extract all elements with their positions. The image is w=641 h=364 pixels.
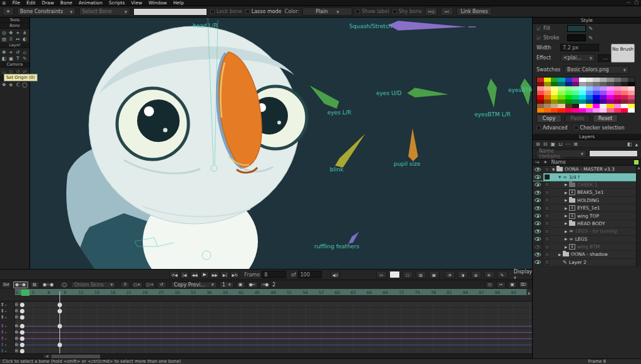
- palette-color[interactable]: [600, 99, 607, 104]
- palette-color[interactable]: [572, 104, 579, 108]
- palette-color[interactable]: [579, 108, 586, 113]
- layer-row-layer-2[interactable]: ✎Layer 2: [533, 259, 641, 266]
- palette-color[interactable]: [621, 82, 628, 86]
- palette-color[interactable]: [558, 78, 565, 82]
- palette-color[interactable]: [607, 99, 613, 104]
- palette-color[interactable]: [544, 99, 551, 104]
- chevron-collapsed-icon[interactable]: ▶: [563, 191, 568, 195]
- lasso-mode-checkbox[interactable]: Lasso mode: [245, 9, 282, 14]
- chevron-collapsed-icon[interactable]: ▶: [563, 237, 568, 241]
- palette-color[interactable]: [614, 104, 621, 108]
- onion-skins-dropdown[interactable]: Onion Skins▼: [71, 281, 116, 288]
- layer-row-cheek-1[interactable]: ▶CHEEK 1: [533, 181, 641, 189]
- palette-color[interactable]: [537, 108, 544, 113]
- channel-row-7[interactable]: ⊖: [15, 348, 532, 353]
- eyedropper-icon[interactable]: ✎: [588, 26, 593, 32]
- rotate-layer-tool-icon[interactable]: ↺: [14, 49, 21, 55]
- chevron-collapsed-icon[interactable]: ▶: [563, 245, 568, 249]
- ruler-frame-9[interactable]: 9: [64, 290, 66, 295]
- palette-color[interactable]: [579, 104, 586, 108]
- palette-color[interactable]: [614, 78, 621, 82]
- palette-color[interactable]: [572, 95, 579, 99]
- palette-color[interactable]: [614, 99, 621, 104]
- layer-row-head-body[interactable]: ▶HEAD BODY: [533, 220, 641, 228]
- ruler-frame-60[interactable]: 60: [335, 290, 340, 295]
- menu-edit[interactable]: Edit: [26, 0, 36, 6]
- channel-row-4[interactable]: ⊖: [15, 329, 532, 335]
- keyframe-dot[interactable]: [20, 309, 24, 313]
- keyframe-dot[interactable]: [20, 343, 24, 347]
- palette-color[interactable]: [551, 108, 558, 113]
- ruler-frame-24[interactable]: 24: [143, 290, 148, 295]
- palette-color[interactable]: [537, 86, 544, 91]
- palette-color[interactable]: [586, 95, 593, 99]
- menu-scripts[interactable]: Scripts: [109, 0, 125, 6]
- ruler-frame-0[interactable]: 0: [16, 290, 18, 295]
- layer-visibility-toggle[interactable]: [533, 212, 543, 219]
- layer-checkbox[interactable]: [543, 221, 551, 226]
- output-only-icon[interactable]: ◍: [471, 271, 481, 278]
- flip-view-icon[interactable]: ◑: [458, 271, 468, 278]
- palette-color[interactable]: [586, 86, 593, 91]
- palette-color[interactable]: [565, 78, 572, 82]
- ruler-frame-69[interactable]: 69: [382, 290, 387, 295]
- layer-checkbox[interactable]: [543, 229, 551, 234]
- palette-color[interactable]: [579, 86, 586, 91]
- channel-row-1[interactable]: ⊖: [15, 308, 532, 314]
- menu-window[interactable]: Window: [148, 0, 167, 6]
- ruler-frame-57[interactable]: 57: [319, 290, 324, 295]
- palette-color[interactable]: [628, 91, 635, 95]
- palette-color[interactable]: [579, 82, 586, 86]
- loop-icon[interactable]: ▶↻: [230, 271, 239, 278]
- layer-row-wing-btm[interactable]: ▶⇓wing BTM: [533, 243, 641, 251]
- palette-color[interactable]: [565, 104, 572, 108]
- new-layer-icon[interactable]: ⊞: [536, 141, 540, 147]
- reparent-bone-tool-icon[interactable]: ⋔: [21, 29, 28, 36]
- ruler-frame-39[interactable]: 39: [223, 290, 228, 295]
- palette-color[interactable]: [537, 91, 544, 95]
- palette-color[interactable]: [558, 86, 565, 91]
- collapse-panel-icon[interactable]: ▲: [635, 142, 638, 146]
- palette-color[interactable]: [600, 104, 607, 108]
- text-tool-icon[interactable]: T: [14, 55, 21, 61]
- palette-color[interactable]: [537, 82, 544, 86]
- palette-color[interactable]: [565, 99, 572, 104]
- rotate-view-icon[interactable]: ◔: [444, 271, 455, 278]
- palette-color[interactable]: [544, 82, 551, 86]
- display-dropdown[interactable]: Display ▼: [514, 269, 533, 280]
- chevron-collapsed-icon[interactable]: ▶: [563, 230, 568, 233]
- palette-color[interactable]: [621, 91, 628, 95]
- palette-color[interactable]: [600, 82, 607, 86]
- keyframe-box-icon[interactable]: ▣: [236, 281, 245, 288]
- bone-squash-stretch[interactable]: [388, 21, 468, 31]
- menu-animation[interactable]: Animation: [78, 0, 102, 6]
- palette-color[interactable]: [621, 104, 628, 108]
- channel-row-0[interactable]: ⊖: [15, 301, 532, 308]
- layer-checkbox[interactable]: [543, 213, 551, 218]
- ruler-frame-15[interactable]: 15: [95, 290, 100, 295]
- chevron-expanded-icon[interactable]: ▼: [557, 175, 562, 179]
- edit-view-icon[interactable]: ✎: [497, 271, 508, 278]
- safe-area-icon[interactable]: ▭: [376, 271, 387, 278]
- channel-dot-icon[interactable]: •: [5, 309, 8, 313]
- more-options-icon[interactable]: ⋯: [565, 141, 570, 147]
- keyframe-dot[interactable]: [20, 349, 24, 353]
- name-contains-dropdown[interactable]: Name contains...▼: [536, 149, 587, 158]
- stroke-color-swatch[interactable]: [567, 34, 586, 41]
- palette-color[interactable]: [628, 108, 635, 113]
- palette-color[interactable]: [579, 91, 586, 95]
- palette-color[interactable]: [565, 95, 572, 99]
- palette-color[interactable]: [579, 95, 586, 99]
- channel-dot-icon[interactable]: •: [5, 336, 8, 341]
- layer-row-holding[interactable]: ▶HOLDING: [533, 197, 641, 205]
- palette-color[interactable]: [614, 91, 621, 95]
- layer-visibility-toggle[interactable]: [533, 197, 543, 204]
- ruler-frame-36[interactable]: 36: [207, 290, 212, 295]
- timeline-hscrollbar[interactable]: ◀: [0, 353, 532, 358]
- channel-row-2[interactable]: ⊖: [15, 314, 532, 320]
- palette-color[interactable]: [621, 78, 628, 82]
- palette-color[interactable]: [544, 104, 551, 108]
- bone-eyes-u-d[interactable]: [407, 88, 449, 98]
- layer-visibility-toggle[interactable]: [533, 228, 543, 235]
- layer-visibility-toggle[interactable]: [533, 181, 543, 188]
